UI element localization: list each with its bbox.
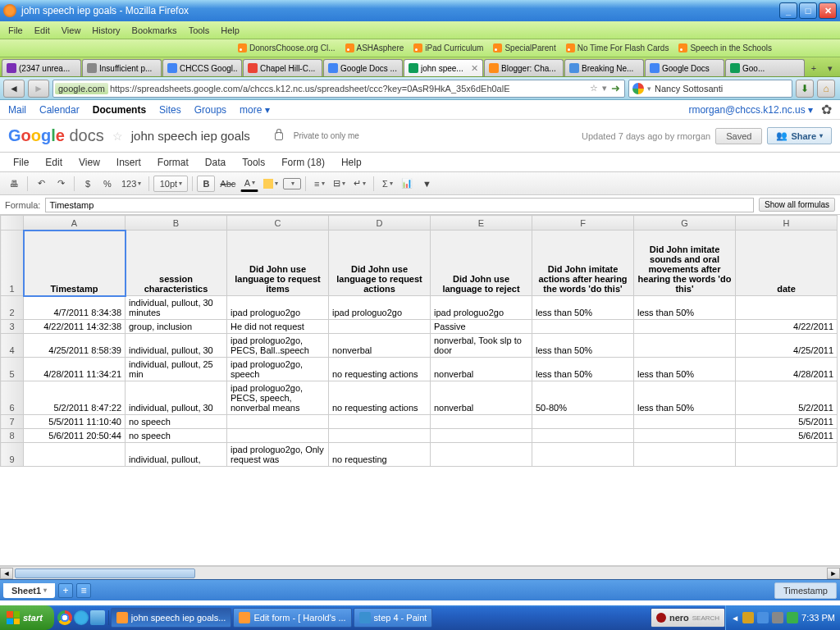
bookmark-item[interactable]: ASHAsphere (340, 43, 409, 53)
print-button[interactable]: 🖶 (5, 176, 23, 192)
cell[interactable]: individual, pullout, 30 (126, 334, 227, 358)
row-header-5[interactable]: 5 (1, 358, 24, 381)
cell[interactable] (431, 415, 532, 429)
downloads-button[interactable]: ⬇ (796, 80, 814, 98)
add-sheet-button[interactable]: + (58, 583, 73, 598)
search-box[interactable]: ▾ Nancy Sottosanti (628, 80, 792, 98)
home-button[interactable]: ⌂ (817, 80, 835, 98)
cell[interactable]: 4/28/2011 11:34:21 (24, 358, 126, 381)
cell[interactable]: nonverbal (431, 358, 532, 381)
tray-app-icon[interactable] (787, 612, 798, 623)
column-header-G[interactable]: G (634, 216, 736, 231)
row-header-4[interactable]: 4 (1, 334, 24, 358)
cell[interactable] (227, 429, 329, 443)
system-tray[interactable]: ◄ 7:33 PM (725, 605, 840, 630)
docs-menu-tools[interactable]: Tools (235, 154, 272, 171)
minimize-button[interactable]: _ (779, 2, 797, 19)
cell[interactable] (634, 415, 736, 429)
menu-view[interactable]: View (57, 24, 86, 37)
cell[interactable] (329, 320, 431, 334)
new-tab-button[interactable]: + (806, 60, 822, 76)
text-color-button[interactable]: A (240, 176, 258, 192)
column-header-H[interactable]: H (736, 216, 838, 231)
cell[interactable] (634, 443, 736, 467)
forward-button[interactable]: ► (28, 80, 49, 98)
column-header-B[interactable]: B (126, 216, 227, 231)
cell[interactable]: ipad prologuo2go, PECS, Ball..speech (227, 334, 329, 358)
row-header-6[interactable]: 6 (1, 381, 24, 415)
cell[interactable]: ipad prologuo2go, PECS, speech, nonverba… (227, 381, 329, 415)
tray-shield-icon[interactable] (742, 612, 754, 623)
header-cell[interactable]: Did John use language to request items (227, 231, 329, 296)
browser-tab[interactable]: Breaking Ne... (564, 59, 644, 76)
header-cell[interactable]: Did John imitate actions after hearing t… (532, 231, 634, 296)
cell[interactable]: 5/5/2011 11:10:40 (24, 415, 126, 429)
number-format-button[interactable]: 123 (118, 176, 144, 192)
cell[interactable]: less than 50% (634, 296, 736, 320)
go-button[interactable]: ➜ (609, 82, 623, 94)
bookmark-star-icon[interactable]: ☆ (587, 83, 600, 94)
currency-button[interactable]: $ (79, 176, 97, 192)
row-header-8[interactable]: 8 (1, 429, 24, 443)
cell[interactable]: no speech (126, 429, 227, 443)
cell[interactable]: individual, pullout, 25 min (126, 358, 227, 381)
tray-volume-icon[interactable] (772, 612, 783, 623)
ql-ie-icon[interactable] (74, 610, 89, 625)
maximize-button[interactable]: □ (799, 2, 817, 19)
strikethrough-button[interactable]: Abc (217, 176, 239, 192)
document-title[interactable]: john speech iep goals (131, 129, 250, 143)
bookmark-item[interactable]: Speech in the Schools (673, 43, 777, 53)
star-icon[interactable]: ☆ (112, 130, 123, 143)
header-cell[interactable]: Timestamp (24, 231, 126, 296)
cell[interactable]: individual, pullout, (126, 443, 227, 467)
taskbar-nero[interactable]: nero SEARCH (651, 608, 725, 628)
select-all-corner[interactable] (1, 216, 24, 231)
scroll-thumb[interactable] (15, 568, 195, 578)
header-cell[interactable]: Did John use language to reject (431, 231, 532, 296)
undo-button[interactable]: ↶ (32, 176, 50, 192)
menu-history[interactable]: History (87, 24, 125, 37)
sheet-list-button[interactable]: ≡ (76, 583, 91, 598)
taskbar-item[interactable]: john speech iep goals... (111, 608, 232, 628)
account-email[interactable]: rmorgan@chccs.k12.nc.us ▾ (688, 104, 813, 116)
docs-menu-form[interactable]: Form (18) (275, 154, 331, 171)
menu-file[interactable]: File (3, 24, 28, 37)
cell[interactable]: 5/5/2011 (736, 415, 838, 429)
cell[interactable] (634, 334, 736, 358)
redo-button[interactable]: ↷ (52, 176, 70, 192)
cell[interactable]: less than 50% (532, 334, 634, 358)
cell[interactable]: ipad prologuo2go, Only request was (227, 443, 329, 467)
cell[interactable]: individual, pullout, 30 minutes (126, 296, 227, 320)
docs-menu-file[interactable]: File (7, 154, 35, 171)
docs-menu-view[interactable]: View (72, 154, 107, 171)
gear-icon[interactable]: ✿ (821, 102, 832, 117)
cell[interactable] (24, 443, 126, 467)
cell[interactable]: no requesting actions (329, 381, 431, 415)
filter-button[interactable]: ▼ (418, 176, 436, 192)
browser-tab[interactable]: Goo... (725, 59, 805, 76)
header-cell[interactable]: Did John use language to request actions (329, 231, 431, 296)
fill-color-button[interactable] (260, 176, 281, 192)
share-button[interactable]: 👥Share▾ (767, 127, 832, 144)
menu-edit[interactable]: Edit (30, 24, 55, 37)
cell[interactable]: no speech (126, 415, 227, 429)
cell[interactable]: 5/6/2011 20:50:44 (24, 429, 126, 443)
column-header-E[interactable]: E (431, 216, 532, 231)
cell[interactable] (532, 415, 634, 429)
back-button[interactable]: ◄ (3, 80, 25, 98)
bookmark-item[interactable]: iPad Curriculum (409, 43, 488, 53)
cell[interactable] (532, 320, 634, 334)
url-bar[interactable]: google.com https://spreadsheets.google.c… (52, 80, 625, 98)
gbar-link-documents[interactable]: Documents (93, 104, 146, 116)
show-all-formulas-button[interactable]: Show all formulas (759, 198, 835, 212)
percent-button[interactable]: % (98, 176, 116, 192)
menu-bookmarks[interactable]: Bookmarks (127, 24, 182, 37)
cell[interactable]: nonverbal (431, 381, 532, 415)
docs-menu-format[interactable]: Format (151, 154, 195, 171)
start-button[interactable]: start (0, 605, 54, 630)
bookmark-item[interactable]: SpecialParent (488, 43, 560, 53)
cell[interactable]: 5/2/2011 8:47:22 (24, 381, 126, 415)
cell[interactable] (329, 415, 431, 429)
cell[interactable] (532, 443, 634, 467)
browser-tab[interactable]: Blogger: Cha... (484, 59, 564, 76)
